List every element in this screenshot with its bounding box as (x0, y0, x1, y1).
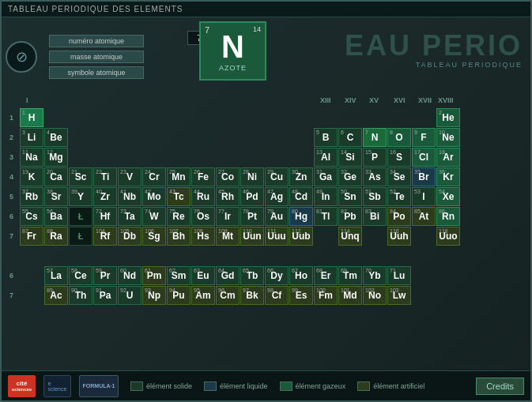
element-pr[interactable]: 59Pr (93, 266, 117, 285)
element-rn[interactable]: 86Rn (436, 207, 460, 226)
element-es[interactable]: 99Es (289, 286, 313, 305)
element-be[interactable]: 4Be (44, 128, 68, 147)
compass-icon[interactable]: ⊘ (6, 41, 37, 73)
element-cr[interactable]: 24Cr (142, 167, 166, 186)
element-na[interactable]: 11Na (20, 148, 43, 167)
element-sg[interactable]: 106Sg (142, 227, 166, 246)
element-re[interactable]: 75Re (167, 207, 191, 226)
element-unq[interactable]: 114Unq (338, 227, 362, 246)
element-b[interactable]: 5B (314, 128, 338, 147)
element-th[interactable]: 90Th (69, 286, 92, 305)
element-he[interactable]: 2He (436, 108, 460, 127)
element-pa[interactable]: 91Pa (93, 286, 117, 305)
element-rh[interactable]: 45Rh (216, 187, 240, 206)
element-am[interactable]: 95Am (191, 286, 215, 305)
element-te[interactable]: 52Te (387, 187, 411, 206)
element-li[interactable]: 3Li (20, 128, 43, 147)
element-at[interactable]: 85At (412, 207, 436, 226)
element-cu[interactable]: 29Cu (265, 167, 289, 186)
element-uuo[interactable]: 118Uuo (436, 227, 460, 246)
element-mt[interactable]: 109Mt (216, 227, 240, 246)
element-sr[interactable]: 38Sr (44, 187, 68, 206)
element-co[interactable]: 27Co (216, 167, 240, 186)
element-tb[interactable]: 65Tb (240, 266, 264, 285)
element-dy[interactable]: 66Dy (265, 266, 289, 285)
element-o[interactable]: 8O (387, 128, 411, 147)
element-sn[interactable]: 50Sn (338, 187, 362, 206)
element-pu[interactable]: 94Pu (167, 286, 191, 305)
element-pm[interactable]: 61Pm (142, 266, 166, 285)
element-p[interactable]: 15P (363, 148, 387, 167)
element-yb[interactable]: 70Yb (363, 266, 387, 285)
element-md[interactable]: 101Md (338, 286, 362, 305)
element-fr[interactable]: 87Fr (20, 227, 43, 246)
element-er[interactable]: 68Er (314, 266, 338, 285)
element-xe[interactable]: 54Xe (436, 187, 460, 206)
element-bi[interactable]: 83Bi (363, 207, 387, 226)
element-rf[interactable]: 104Rf (93, 227, 117, 246)
element-kr[interactable]: 36Kr (436, 167, 460, 186)
element-y[interactable]: 39Y (69, 187, 92, 206)
element-ta[interactable]: 73Ta (118, 207, 141, 226)
element-np[interactable]: 93Np (142, 286, 166, 305)
element-ti[interactable]: 22Ti (93, 167, 117, 186)
element-uub[interactable]: 112Uub (289, 227, 313, 246)
element-au[interactable]: 79Au (265, 207, 289, 226)
element-rb[interactable]: 37Rb (20, 187, 43, 206)
element-in[interactable]: 49In (314, 187, 338, 206)
element-ca[interactable]: 20Ca (44, 167, 68, 186)
element-tc[interactable]: 43Tc (167, 187, 191, 206)
element-zn[interactable]: 30Zn (289, 167, 313, 186)
element-w[interactable]: 74W (142, 207, 166, 226)
element-hg[interactable]: 80Hg (289, 207, 313, 226)
element-k[interactable]: 19K (20, 167, 43, 186)
element-al[interactable]: 13Al (314, 148, 338, 167)
credits-button[interactable]: Credits (476, 378, 524, 395)
element-hf[interactable]: 72Hf (93, 207, 117, 226)
element-nd[interactable]: 60Nd (118, 266, 141, 285)
element-f[interactable]: 9F (412, 128, 436, 147)
element-i[interactable]: 53I (412, 187, 436, 206)
element-pd[interactable]: 46Pd (240, 187, 264, 206)
element-eu[interactable]: 63Eu (191, 266, 215, 285)
element-cd[interactable]: 48Cd (289, 187, 313, 206)
element-sb[interactable]: 51Sb (363, 187, 387, 206)
element-ir[interactable]: 77Ir (216, 207, 240, 226)
element-ge[interactable]: 32Ge (338, 167, 362, 186)
element-la[interactable]: 57La (44, 266, 68, 285)
element-sm[interactable]: 62Sm (167, 266, 191, 285)
element-cs[interactable]: 55Cs (20, 207, 43, 226)
element-fe[interactable]: 26Fe (191, 167, 215, 186)
element-ra[interactable]: 88Ra (44, 227, 68, 246)
element-cm[interactable]: 96Cm (216, 286, 240, 305)
element-ho[interactable]: 67Ho (289, 266, 313, 285)
element-ru[interactable]: 44Ru (191, 187, 215, 206)
element-u[interactable]: 92U (118, 286, 141, 305)
element-fm[interactable]: 100Fm (314, 286, 338, 305)
element-tl[interactable]: 81Tl (314, 207, 338, 226)
element-se[interactable]: 34Se (387, 167, 411, 186)
element-mn[interactable]: 25Mn (167, 167, 191, 186)
element-hs[interactable]: 108Hs (191, 227, 215, 246)
element-bk[interactable]: 97Bk (240, 286, 264, 305)
element-zr[interactable]: 40Zr (93, 187, 117, 206)
element-mo[interactable]: 42Mo (142, 187, 166, 206)
element-cl[interactable]: 17Cl (412, 148, 436, 167)
element-as[interactable]: 33As (363, 167, 387, 186)
element-gd[interactable]: 64Gd (216, 266, 240, 285)
element-po[interactable]: 84Po (387, 207, 411, 226)
element-ne[interactable]: 10Ne (436, 128, 460, 147)
element-ac[interactable]: 89Ac (44, 286, 68, 305)
element-ag[interactable]: 47Ag (265, 187, 289, 206)
element-br[interactable]: 35Br (412, 167, 436, 186)
element-s[interactable]: 16S (387, 148, 411, 167)
element-c[interactable]: 6C (338, 128, 362, 147)
element-os[interactable]: 76Os (191, 207, 215, 226)
element-pt[interactable]: 78Pt (240, 207, 264, 226)
element-ni[interactable]: 28Ni (240, 167, 264, 186)
element-ga[interactable]: 31Ga (314, 167, 338, 186)
element-ba[interactable]: 56Ba (44, 207, 68, 226)
element-sc[interactable]: 21Sc (69, 167, 92, 186)
element-db[interactable]: 105Db (118, 227, 141, 246)
element-v[interactable]: 23V (118, 167, 141, 186)
